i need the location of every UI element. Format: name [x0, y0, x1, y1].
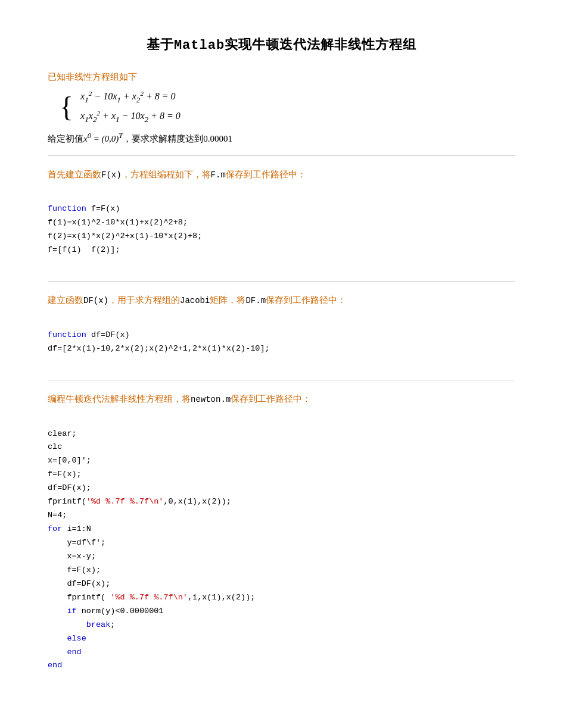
section1-label: 已知非线性方程组如下	[48, 71, 515, 83]
section2-label: 首先建立函数F(x)，方程组编程如下，将F.m保存到工作路径中：	[48, 167, 515, 183]
code-block-newton: clear; clc x=[0,0]'; f=F(x); df=DF(x); f…	[48, 414, 515, 687]
page-title: 基于Matlab实现牛顿迭代法解非线性方程组	[48, 36, 515, 54]
section-newton: 编程牛顿迭代法解非线性方程组，将newton.m保存到工作路径中： clear;…	[48, 391, 515, 686]
section4-label: 编程牛顿迭代法解非线性方程组，将newton.m保存到工作路径中：	[48, 391, 515, 407]
brace-symbol: {	[60, 93, 73, 121]
section-function-f: 首先建立函数F(x)，方程组编程如下，将F.m保存到工作路径中： functio…	[48, 167, 515, 271]
equation-system: { x12 − 10x1 + x22 + 8 = 0 x1x22 + x1 − …	[60, 89, 515, 126]
title-text: 基于Matlab实现牛顿迭代法解非线性方程组	[147, 37, 416, 52]
code-block-df: function df=DF(x) df=[2*x(1)-10,2*x(2);x…	[48, 315, 515, 370]
section-equations: 已知非线性方程组如下 { x12 − 10x1 + x22 + 8 = 0 x1…	[48, 71, 515, 145]
code-block-f: function f=F(x) f(1)=x(1)^2-10*x(1)+x(2)…	[48, 189, 515, 271]
section-function-df: 建立函数DF(x)，用于求方程组的Jacobi矩阵，将DF.m保存到工作路径中：…	[48, 292, 515, 369]
divider-2	[48, 281, 515, 282]
divider-1	[48, 155, 515, 156]
divider-3	[48, 380, 515, 380]
initial-value-text: 给定初值x0 = (0,0)T，要求求解精度达到0.00001	[48, 132, 515, 145]
section3-label: 建立函数DF(x)，用于求方程组的Jacobi矩阵，将DF.m保存到工作路径中：	[48, 292, 515, 308]
equation-2: x1x22 + x1 − 10x2 + 8 = 0	[80, 108, 181, 126]
equation-1: x12 − 10x1 + x22 + 8 = 0	[80, 89, 181, 106]
